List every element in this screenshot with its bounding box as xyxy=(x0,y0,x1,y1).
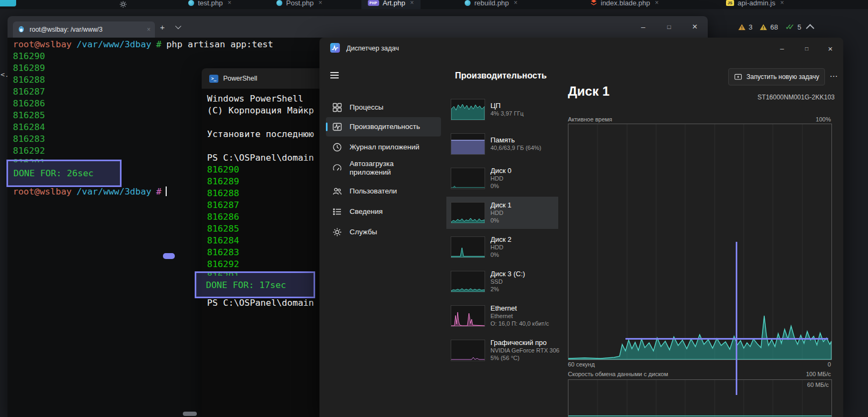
partial-tab[interactable] xyxy=(0,0,16,6)
editor-tab-blade[interactable]: index.blade.php × xyxy=(584,0,665,9)
php-file-icon xyxy=(465,0,471,6)
transfer-scale-label: 100 МБ/с xyxy=(806,371,831,377)
tab-label: rebuild.php xyxy=(474,0,509,7)
new-tab-button[interactable]: + xyxy=(155,19,170,34)
taskman-title: Диспетчер задач xyxy=(346,45,399,52)
editor-tab-api-admin[interactable]: JS api-admin.js × xyxy=(720,0,791,9)
laravel-icon xyxy=(590,0,597,7)
command-text: php artisan app:test xyxy=(166,39,273,49)
screenshot-root: test.php × Post.php × PHP Art.php × rebu… xyxy=(0,0,868,417)
tab-label: test.php xyxy=(198,0,223,7)
minimize-button[interactable]: – xyxy=(770,38,794,59)
run-new-task-button[interactable]: Запустить новую задачу xyxy=(728,68,825,85)
wsl-icon xyxy=(17,25,25,34)
prompt-hash: # xyxy=(156,39,161,49)
editor-tab-art-active[interactable]: PHP Art.php × xyxy=(361,0,421,9)
close-button[interactable]: × xyxy=(682,16,708,38)
disk-transfer-rate-graph xyxy=(568,379,832,417)
transfer-rate-label: Скорость обмена данными с диском xyxy=(568,371,668,377)
metric-ethernet[interactable]: EthernetEthernetО: 16,0 П: 40,0 кбит/с xyxy=(449,300,554,332)
disk-active-time-graph xyxy=(568,124,832,360)
gear-icon xyxy=(332,227,342,237)
metric-memory[interactable]: Память40,6/63,9 ГБ (64%) xyxy=(449,128,554,160)
nav-processes[interactable]: Процессы xyxy=(326,98,441,117)
warnings-indicator[interactable]: 68 xyxy=(759,23,778,31)
terminal-tab-title: root@wslbay: /var/www/3 xyxy=(30,26,141,33)
warnings-count: 68 xyxy=(770,23,778,31)
disk3-sparkline xyxy=(451,271,485,292)
js-badge-icon: JS xyxy=(726,0,734,6)
speedometer-icon xyxy=(332,163,342,173)
horizontal-annotation-line xyxy=(625,338,828,340)
tab-close-icon[interactable]: × xyxy=(227,0,231,6)
metric-disk0[interactable]: Диск 0HDD0% xyxy=(449,162,554,195)
hamburger-menu-button[interactable] xyxy=(328,67,348,84)
time-span-label: 60 секунд xyxy=(568,361,595,368)
tab-label: Post.php xyxy=(286,0,314,7)
double-check-icon: ✓✓ xyxy=(785,22,791,32)
prompt-path: /var/www/3dbay xyxy=(76,39,151,49)
prompt-user: root@wslbay xyxy=(13,39,72,49)
errors-indicator[interactable]: 3 xyxy=(738,23,752,31)
tab-close-icon[interactable]: × xyxy=(410,0,414,6)
maximize-button[interactable]: □ xyxy=(795,38,819,59)
tab-label: api-admin.js xyxy=(738,0,775,7)
users-icon xyxy=(332,186,342,196)
settings-gear-icon[interactable] xyxy=(119,1,127,9)
more-options-button[interactable]: ⋯ xyxy=(827,68,840,84)
php-file-icon xyxy=(188,0,194,6)
ethernet-sparkline xyxy=(451,305,485,327)
tab-close-icon[interactable]: × xyxy=(780,0,784,6)
active-time-label: Активное время xyxy=(568,116,612,123)
collapse-chevron-icon[interactable] xyxy=(806,24,815,32)
nav-startup-apps[interactable]: Автозагрузка приложений xyxy=(326,156,441,181)
clock-icon xyxy=(332,142,342,152)
tab-close-icon[interactable]: × xyxy=(655,0,659,6)
terminal-tab[interactable]: root@wslbay: /var/www/3 × xyxy=(13,21,155,38)
vertical-annotation-line xyxy=(736,242,737,395)
editor-tab-rebuild[interactable]: rebuild.php × xyxy=(458,0,524,9)
detail-title: Диск 1 xyxy=(568,84,609,99)
memory-sparkline xyxy=(451,133,485,155)
scale-top-label: 100% xyxy=(816,116,831,123)
metric-disk3[interactable]: Диск 3 (C:)SSD2% xyxy=(449,265,554,298)
done-annotation-box: DONE FOR: 17sec xyxy=(195,271,315,298)
nav-details[interactable]: Сведения xyxy=(326,202,441,221)
minimize-button[interactable]: – xyxy=(630,16,656,38)
time-zero-label: 0 xyxy=(828,361,831,368)
scrollbar-thumb[interactable] xyxy=(183,412,197,416)
page-title: Производительность xyxy=(455,71,547,81)
close-button[interactable]: × xyxy=(819,38,842,59)
tab-close-icon[interactable]: × xyxy=(514,0,517,6)
cpu-sparkline xyxy=(451,99,485,120)
terminal-titlebar[interactable]: root@wslbay: /var/www/3 × + – □ × xyxy=(8,16,708,38)
disk0-sparkline xyxy=(451,168,485,189)
inspections-widget: 3 68 ✓✓ 5 xyxy=(738,18,814,35)
editor-tab-test[interactable]: test.php × xyxy=(182,0,238,9)
done-annotation-box: DONE FOR: 26sec xyxy=(6,160,122,187)
gpu-sparkline xyxy=(451,340,485,361)
transfer-scale2-label: 60 МБ/с xyxy=(807,382,829,388)
nav-users[interactable]: Пользователи xyxy=(326,182,441,201)
text-cursor xyxy=(166,186,167,196)
tab-close-icon[interactable]: × xyxy=(147,26,151,33)
purple-pill-artifact xyxy=(163,253,175,259)
maximize-button[interactable]: □ xyxy=(656,16,682,38)
metric-disk1-selected[interactable]: Диск 1HDD0% xyxy=(446,197,558,229)
metric-gpu[interactable]: Графический проNVIDIA GeForce RTX 3065% … xyxy=(449,334,554,366)
tab-dropdown-button[interactable] xyxy=(170,19,185,34)
tab-label: Art.php xyxy=(383,0,405,7)
nav-app-history[interactable]: Журнал приложений xyxy=(326,138,441,157)
nav-performance[interactable]: Производительность xyxy=(326,117,441,136)
taskman-titlebar[interactable]: Диспетчер задач – □ × xyxy=(319,38,843,59)
tab-close-icon[interactable]: × xyxy=(318,0,322,6)
editor-tab-post[interactable]: Post.php × xyxy=(270,0,329,9)
powershell-title: PowerShell xyxy=(223,75,257,82)
errors-count: 3 xyxy=(749,23,752,31)
nav-services[interactable]: Службы xyxy=(326,222,441,242)
warning-triangle-icon xyxy=(759,24,767,31)
passed-indicator[interactable]: ✓✓ 5 xyxy=(785,22,801,32)
metric-cpu[interactable]: ЦП4% 3,97 ГГц xyxy=(449,94,554,126)
metric-disk2[interactable]: Диск 2HDD0% xyxy=(449,231,554,263)
disk1-sparkline xyxy=(451,202,485,224)
